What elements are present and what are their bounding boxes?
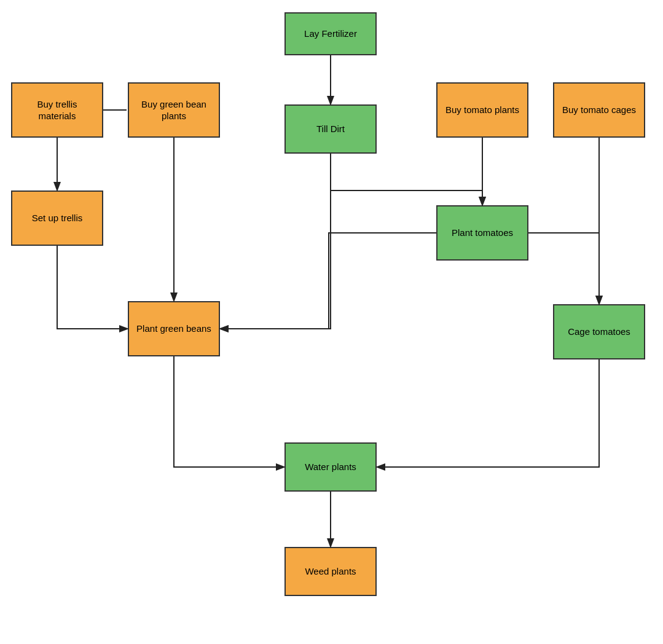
node-water-plants[interactable]: Water plants <box>284 442 377 492</box>
node-weed-plants[interactable]: Weed plants <box>284 547 377 596</box>
node-plant-tomatoes[interactable]: Plant tomatoes <box>436 205 528 261</box>
node-set-up-trellis[interactable]: Set up trellis <box>11 190 103 246</box>
node-cage-tomatoes[interactable]: Cage tomatoes <box>553 304 645 359</box>
node-buy-tomato-plants[interactable]: Buy tomato plants <box>436 82 528 138</box>
node-lay-fertilizer[interactable]: Lay Fertilizer <box>284 12 377 55</box>
node-buy-tomato-cages[interactable]: Buy tomato cages <box>553 82 645 138</box>
node-buy-green-bean[interactable]: Buy green bean plants <box>128 82 220 138</box>
node-till-dirt[interactable]: Till Dirt <box>284 104 377 154</box>
node-plant-green-beans[interactable]: Plant green beans <box>128 301 220 356</box>
flowchart: Lay Fertilizer Buy trellis materials Buy… <box>0 0 663 644</box>
node-buy-trellis[interactable]: Buy trellis materials <box>11 82 103 138</box>
